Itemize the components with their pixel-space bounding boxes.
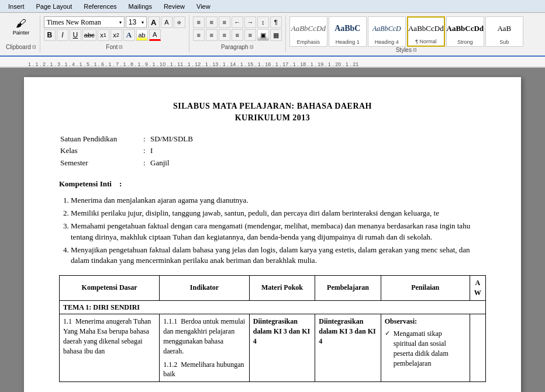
paragraph-content: ≡ ≡ ≡ ← → ↕ ¶ ≡ ≡ ≡ ≡ ≡ ▣ ▦	[193, 16, 282, 41]
tab-insert[interactable]: Insert	[2, 2, 30, 11]
style-heading1-label: Heading 1	[336, 39, 360, 45]
border-button[interactable]: ▦	[270, 29, 282, 41]
font-name-value: Times New Roman	[47, 18, 101, 27]
highlight-button[interactable]: ab	[136, 29, 148, 41]
tab-references[interactable]: References	[78, 2, 122, 11]
format-painter-button[interactable]: 🖌 Painter	[8, 16, 34, 37]
shading-button[interactable]: ▣	[257, 29, 269, 41]
materi-cell: Diintegrasikan dalam KI 3 dan KI 4	[249, 314, 315, 382]
tab-review[interactable]: Review	[158, 2, 191, 11]
increase-indent-button[interactable]: →	[244, 16, 256, 28]
align-right-button[interactable]: ≡	[219, 29, 230, 41]
ribbon-main: 🖌 Painter Clipboard ⊡ Times New Roman ▾	[0, 13, 545, 57]
font-label[interactable]: Font ⊡	[106, 44, 123, 50]
font-color-button[interactable]: A	[149, 29, 161, 41]
clipboard-label[interactable]: Clipboard ⊡	[6, 44, 36, 50]
line-spacing-button[interactable]: ≡	[244, 29, 256, 41]
align-justify-button[interactable]: ≡	[232, 29, 243, 41]
font-row1: Times New Roman ▾ 13 ▾ A A ⎆	[44, 16, 185, 28]
col-header-kd: Kompetensi Dasar	[60, 276, 160, 301]
style-subtitle-preview: AaB	[487, 18, 522, 39]
strikethrough-button[interactable]: abc	[82, 29, 96, 41]
meta-value-satuan: SD/MI/SDLB	[150, 134, 193, 144]
underline-button[interactable]: U	[70, 29, 81, 41]
styles-expand-icon[interactable]: ⊡	[413, 47, 417, 53]
font-shrink-button[interactable]: A	[161, 16, 173, 28]
aw-cell	[470, 314, 485, 382]
font-size-dropdown-icon[interactable]: ▾	[142, 20, 144, 25]
style-emphasis-label: Emphasis	[297, 39, 320, 45]
meta-row-satuan: Satuan Pendidikan : SD/MI/SDLB	[60, 134, 193, 144]
style-heading1-preview: AaBbC	[330, 18, 365, 39]
style-heading1[interactable]: AaBbC Heading 1	[329, 16, 367, 47]
painter-icon: 🖌	[16, 18, 26, 30]
subscript-button[interactable]: x1	[98, 29, 109, 41]
penilaian-title: Observasi:	[385, 317, 466, 327]
font-expand-icon[interactable]: ⊡	[119, 44, 123, 50]
tab-mailings[interactable]: Mailings	[123, 2, 158, 11]
styles-content: AaBbCcDd Emphasis AaBbC Heading 1 AaBbCc…	[289, 16, 523, 47]
ki-item-1: Menerima dan menjalankan ajaran agama ya…	[71, 195, 486, 206]
align-left-button[interactable]: ≡	[193, 29, 205, 41]
styles-list: AaBbCcDd Emphasis AaBbC Heading 1 AaBbCc…	[289, 16, 523, 47]
tab-page-layout[interactable]: Page Layout	[30, 2, 78, 11]
style-subtitle[interactable]: AaB Sub	[485, 16, 523, 47]
decrease-indent-button[interactable]: ←	[232, 16, 243, 28]
style-heading4-preview: AaBbCcD	[370, 18, 404, 39]
styles-label[interactable]: Styles ⊡	[396, 47, 417, 53]
title-line1: SILABUS MATA PELAJARAN: BAHASA DAERAH	[59, 100, 486, 112]
meta-value-kelas: I	[150, 145, 193, 156]
sort-button[interactable]: ↕	[257, 16, 269, 28]
meta-colon-semester: :	[143, 158, 149, 168]
superscript-button[interactable]: x2	[111, 29, 122, 41]
show-marks-button[interactable]: ¶	[270, 16, 282, 28]
style-normal[interactable]: AaBbCcDd ¶ Normal	[407, 16, 445, 47]
ki-item-3: Memahami pengetahuan faktual dengan cara…	[71, 221, 486, 242]
ruler: 1 . 1 . 2 . 1 . 3 . 1 . 4 . 1 . 5 . 1 . …	[0, 57, 545, 67]
style-subtitle-label: Sub	[499, 39, 509, 45]
paragraph-expand-icon[interactable]: ⊡	[250, 44, 254, 50]
style-heading4[interactable]: AaBbCcD Heading 4	[368, 16, 406, 47]
ribbon: Insert Page Layout References Mailings R…	[0, 0, 545, 68]
font-grow-button[interactable]: A	[148, 16, 160, 28]
font-name-dropdown-icon[interactable]: ▾	[119, 20, 122, 25]
style-emphasis-preview: AaBbCcDd	[291, 18, 326, 39]
style-strong-label: Strong	[457, 39, 473, 45]
meta-label-kelas: Kelas	[60, 145, 142, 156]
penilaian-item-text: Mengamati sikap spiritual dan sosial pes…	[394, 329, 466, 368]
font-row2: B I U abc x1 x2 A ab A	[44, 29, 161, 41]
materi-text: Diintegrasikan dalam KI 3 dan KI 4	[253, 317, 310, 345]
numbering-button[interactable]: ≡	[206, 16, 218, 28]
meta-value-semester: Ganjil	[150, 158, 193, 168]
font-size-selector[interactable]: 13 ▾	[126, 16, 147, 28]
style-emphasis[interactable]: AaBbCcDd Emphasis	[289, 16, 327, 47]
multilevel-button[interactable]: ≡	[219, 16, 230, 28]
col-header-materi: Materi Pokok	[249, 276, 315, 301]
style-strong[interactable]: AaBbCcDd Strong	[446, 16, 484, 47]
text-effects-button[interactable]: A	[123, 29, 135, 41]
clipboard-expand-icon[interactable]: ⊡	[32, 44, 36, 50]
style-normal-label: ¶ Normal	[415, 39, 436, 44]
document-area: SILABUS MATA PELAJARAN: BAHASA DAERAH KU…	[0, 68, 545, 392]
col-header-penilaian: Penilaian	[381, 276, 470, 301]
clear-format-button[interactable]: ⎆	[174, 16, 185, 28]
meta-row-kelas: Kelas : I	[60, 145, 193, 156]
align-center-button[interactable]: ≡	[206, 29, 218, 41]
style-heading4-label: Heading 4	[375, 39, 399, 45]
tema-label: TEMA 1: DIRI SENDIRI	[60, 300, 486, 314]
bold-button[interactable]: B	[44, 29, 56, 41]
font-name-selector[interactable]: Times New Roman ▾	[44, 16, 125, 28]
ribbon-tab-bar: Insert Page Layout References Mailings R…	[0, 0, 545, 13]
styles-group: AaBbCcDd Emphasis AaBbC Heading 1 AaBbCc…	[286, 15, 527, 55]
checkmark-icon: ✓	[385, 329, 390, 338]
kd-num: 1.1	[63, 317, 72, 325]
paragraph-label[interactable]: Paragraph ⊡	[221, 44, 254, 50]
table-header-row: Kompetensi Dasar Indikator Materi Pokok …	[60, 276, 486, 301]
italic-button[interactable]: I	[57, 29, 68, 41]
ki-list: Menerima dan menjalankan ajaran agama ya…	[71, 195, 486, 266]
meta-table: Satuan Pendidikan : SD/MI/SDLB Kelas : I…	[59, 133, 194, 169]
paragraph-row2: ≡ ≡ ≡ ≡ ≡ ▣ ▦	[193, 29, 282, 41]
bullets-button[interactable]: ≡	[193, 16, 205, 28]
tab-view[interactable]: View	[191, 2, 216, 11]
indicator-1-num: 1.1.1	[163, 317, 177, 325]
